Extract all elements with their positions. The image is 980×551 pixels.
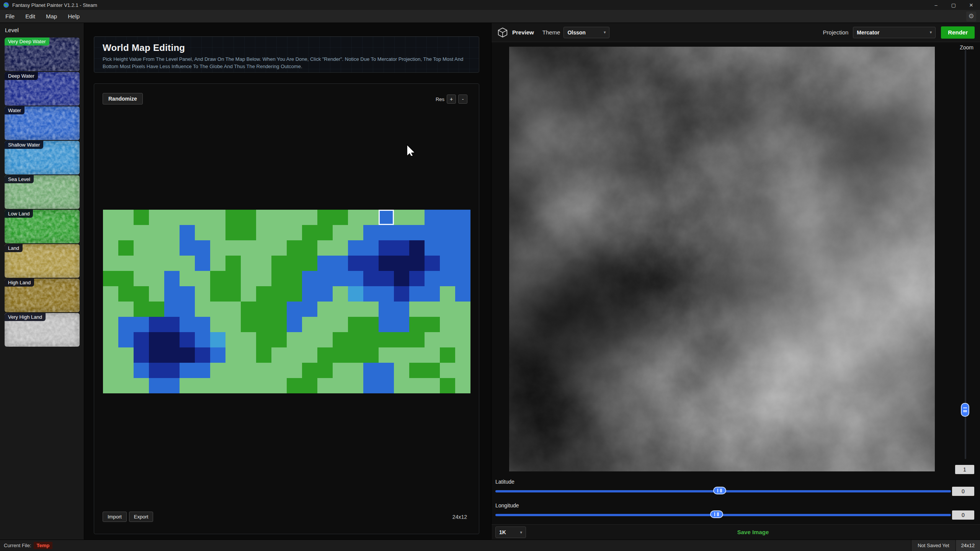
map-cell[interactable] xyxy=(241,332,256,347)
map-cell[interactable] xyxy=(302,347,317,363)
map-cell[interactable] xyxy=(287,302,302,317)
map-cell[interactable] xyxy=(164,286,180,302)
map-cell[interactable] xyxy=(180,256,195,271)
map-cell[interactable] xyxy=(287,286,302,302)
map-cell[interactable] xyxy=(180,378,195,393)
map-cell[interactable] xyxy=(455,240,470,256)
map-cell[interactable] xyxy=(394,347,409,363)
map-cell[interactable] xyxy=(348,256,363,271)
map-cell[interactable] xyxy=(348,363,363,378)
map-cell[interactable] xyxy=(241,240,256,256)
map-cell[interactable] xyxy=(287,225,302,240)
map-cell[interactable] xyxy=(180,271,195,286)
map-cell[interactable] xyxy=(271,347,287,363)
map-cell[interactable] xyxy=(425,302,440,317)
map-cell[interactable] xyxy=(164,332,180,347)
map-cell[interactable] xyxy=(363,256,379,271)
randomize-button[interactable]: Randomize xyxy=(103,93,143,104)
map-cell[interactable] xyxy=(164,302,180,317)
map-cell[interactable] xyxy=(149,332,164,347)
map-cell[interactable] xyxy=(302,240,317,256)
map-cell[interactable] xyxy=(425,347,440,363)
map-cell[interactable] xyxy=(210,378,225,393)
map-cell[interactable] xyxy=(317,347,333,363)
map-cell[interactable] xyxy=(103,256,118,271)
map-cell[interactable] xyxy=(195,378,210,393)
map-cell[interactable] xyxy=(379,302,394,317)
map-cell[interactable] xyxy=(149,317,164,332)
map-cell[interactable] xyxy=(149,240,164,256)
map-cell[interactable] xyxy=(440,271,455,286)
level-swatch-deep-water[interactable]: Deep Water xyxy=(5,72,80,106)
map-cell[interactable] xyxy=(409,225,425,240)
map-cell[interactable] xyxy=(348,240,363,256)
map-cell[interactable] xyxy=(241,347,256,363)
map-cell[interactable] xyxy=(379,332,394,347)
map-cell[interactable] xyxy=(271,240,287,256)
res-increase-button[interactable]: + xyxy=(447,95,456,104)
map-cell[interactable] xyxy=(271,225,287,240)
map-cell[interactable] xyxy=(409,271,425,286)
map-cell[interactable] xyxy=(379,225,394,240)
map-cell[interactable] xyxy=(333,210,348,225)
map-cell[interactable] xyxy=(317,378,333,393)
map-cell[interactable] xyxy=(425,378,440,393)
map-cell[interactable] xyxy=(409,378,425,393)
map-cell[interactable] xyxy=(103,210,118,225)
map-cell[interactable] xyxy=(180,363,195,378)
map-cell[interactable] xyxy=(287,240,302,256)
map-cell[interactable] xyxy=(455,332,470,347)
map-cell[interactable] xyxy=(440,332,455,347)
maximize-icon[interactable]: ▢ xyxy=(945,0,962,10)
map-cell[interactable] xyxy=(195,332,210,347)
map-cell[interactable] xyxy=(425,225,440,240)
projection-select[interactable]: Mercator ▾ xyxy=(853,27,936,38)
map-cell[interactable] xyxy=(225,302,241,317)
map-cell[interactable] xyxy=(256,302,271,317)
map-cell[interactable] xyxy=(149,286,164,302)
map-cell[interactable] xyxy=(180,286,195,302)
map-cell[interactable] xyxy=(363,271,379,286)
map-cell[interactable] xyxy=(287,271,302,286)
map-cell[interactable] xyxy=(287,363,302,378)
map-cell[interactable] xyxy=(379,347,394,363)
map-cell[interactable] xyxy=(149,225,164,240)
map-cell[interactable] xyxy=(409,347,425,363)
level-swatch-shallow-water[interactable]: Shallow Water xyxy=(5,141,80,174)
map-cell[interactable] xyxy=(118,317,134,332)
map-cell[interactable] xyxy=(103,378,118,393)
export-button[interactable]: Export xyxy=(129,512,154,522)
map-cell[interactable] xyxy=(317,332,333,347)
map-cell[interactable] xyxy=(425,363,440,378)
map-cell[interactable] xyxy=(440,317,455,332)
map-cell[interactable] xyxy=(348,286,363,302)
map-cell[interactable] xyxy=(348,302,363,317)
map-cell[interactable] xyxy=(333,378,348,393)
map-cell[interactable] xyxy=(134,332,149,347)
map-cell[interactable] xyxy=(256,225,271,240)
map-cell[interactable] xyxy=(164,210,180,225)
map-cell[interactable] xyxy=(333,256,348,271)
map-cell[interactable] xyxy=(394,256,409,271)
map-cell[interactable] xyxy=(440,256,455,271)
map-cell[interactable] xyxy=(134,271,149,286)
map-cell[interactable] xyxy=(409,256,425,271)
map-cell[interactable] xyxy=(164,240,180,256)
map-cell[interactable] xyxy=(348,225,363,240)
map-cell[interactable] xyxy=(302,225,317,240)
map-cell[interactable] xyxy=(195,271,210,286)
map-cell[interactable] xyxy=(348,210,363,225)
map-cell[interactable] xyxy=(134,225,149,240)
map-cell[interactable] xyxy=(118,302,134,317)
map-cell[interactable] xyxy=(363,332,379,347)
map-cell[interactable] xyxy=(379,240,394,256)
map-cell[interactable] xyxy=(440,225,455,240)
map-cell[interactable] xyxy=(394,210,409,225)
map-cell[interactable] xyxy=(440,240,455,256)
map-cell[interactable] xyxy=(225,378,241,393)
map-cell[interactable] xyxy=(302,302,317,317)
map-cell[interactable] xyxy=(118,363,134,378)
res-decrease-button[interactable]: - xyxy=(458,95,467,104)
map-cell[interactable] xyxy=(409,317,425,332)
map-cell[interactable] xyxy=(333,225,348,240)
